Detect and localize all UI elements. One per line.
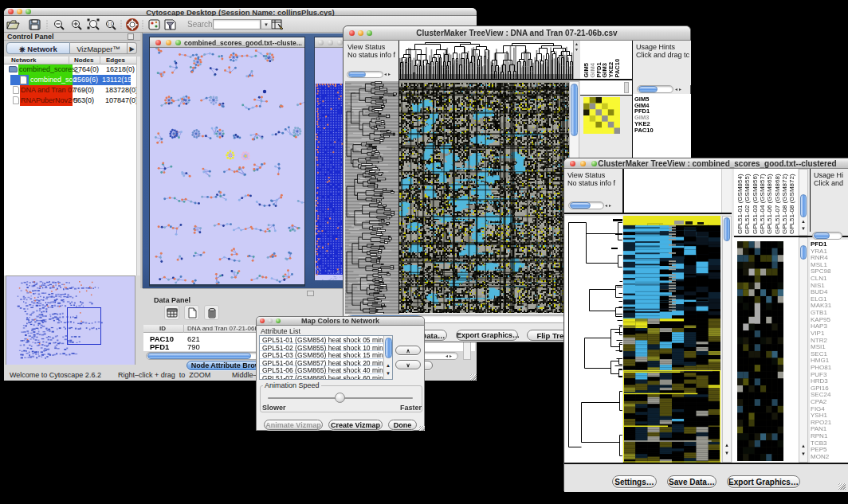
svg-text:1:1: 1:1 <box>108 22 113 26</box>
